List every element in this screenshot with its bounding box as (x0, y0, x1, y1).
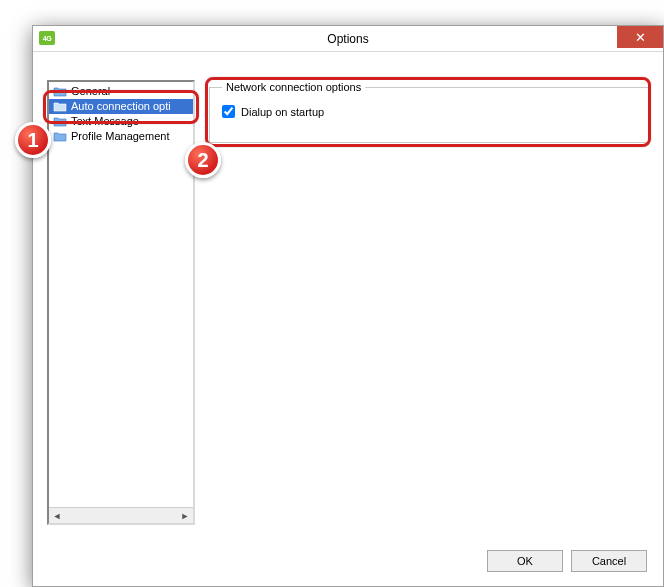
folder-icon (53, 131, 67, 142)
tree-item-profile-management[interactable]: Profile Management (49, 129, 193, 144)
tree-item-text-message[interactable]: Text Message (49, 114, 193, 129)
scroll-left-icon[interactable]: ◄ (49, 508, 65, 523)
tree-item-label: General (71, 85, 110, 98)
close-icon: ✕ (635, 30, 646, 45)
options-dialog: 4G Options ✕ General Auto conne (32, 25, 664, 587)
window-title: Options (33, 26, 663, 51)
tree-item-label: Text Message (71, 115, 139, 128)
cancel-button[interactable]: Cancel (571, 550, 647, 572)
close-button[interactable]: ✕ (617, 26, 663, 48)
folder-icon (53, 116, 67, 127)
scroll-right-icon[interactable]: ► (177, 508, 193, 523)
dialup-startup-row[interactable]: Dialup on startup (222, 105, 636, 118)
dialup-startup-checkbox[interactable] (222, 105, 235, 118)
titlebar: 4G Options ✕ (33, 26, 663, 52)
tree-item-auto-connection[interactable]: Auto connection opti (49, 99, 193, 114)
group-legend: Network connection options (222, 81, 365, 93)
dialup-startup-label: Dialup on startup (241, 106, 324, 118)
network-options-group: Network connection options Dialup on sta… (209, 81, 649, 143)
folder-icon (53, 86, 67, 97)
annotation-badge-1: 1 (15, 122, 51, 158)
tree-item-label: Auto connection opti (71, 100, 171, 113)
dialog-footer: OK Cancel (487, 550, 647, 572)
nav-tree-body: General Auto connection opti Text Messag… (49, 82, 193, 507)
tree-item-general[interactable]: General (49, 84, 193, 99)
tree-hscrollbar[interactable]: ◄ ► (49, 507, 193, 523)
dialog-content: General Auto connection opti Text Messag… (33, 52, 663, 586)
ok-button[interactable]: OK (487, 550, 563, 572)
tree-item-label: Profile Management (71, 130, 169, 143)
network-options-fieldset: Network connection options Dialup on sta… (209, 81, 649, 143)
folder-icon (53, 101, 67, 112)
nav-tree: General Auto connection opti Text Messag… (47, 80, 195, 525)
